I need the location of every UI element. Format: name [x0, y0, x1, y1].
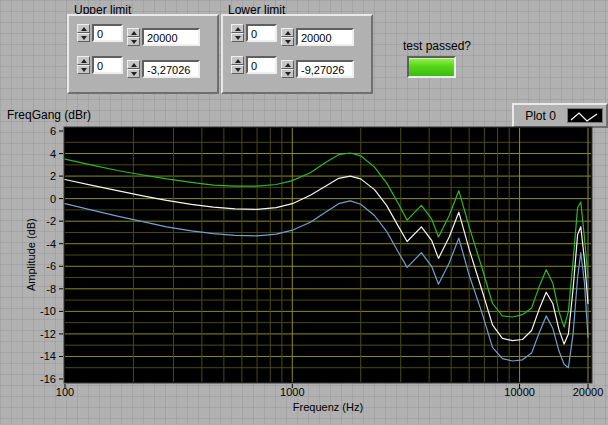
y-tick-label: -10	[20, 305, 56, 317]
test-passed-label: test passed?	[403, 39, 471, 53]
decrement-button[interactable]	[127, 69, 140, 78]
test-passed-led-indicator	[407, 56, 456, 78]
spinner	[281, 60, 294, 78]
plot-legend-label: Plot 0	[514, 109, 567, 123]
up-arrow-icon	[235, 27, 241, 31]
down-arrow-icon	[285, 40, 291, 44]
spinner	[231, 56, 244, 74]
down-arrow-icon	[81, 68, 87, 72]
increment-button[interactable]	[281, 28, 294, 37]
down-arrow-icon	[81, 36, 87, 40]
x-tick-label: 1000	[268, 386, 316, 398]
numeric-input[interactable]: 20000	[296, 28, 354, 46]
labview-front-panel: Upper limit 0 20000 0	[0, 0, 608, 425]
up-arrow-icon	[131, 31, 137, 35]
upper-limit-field-2[interactable]: 0	[77, 56, 123, 74]
lower-limit-field-2[interactable]: 0	[231, 56, 277, 74]
upper-limit-field-1[interactable]: 20000	[127, 28, 200, 46]
decrement-button[interactable]	[281, 69, 294, 78]
up-arrow-icon	[81, 27, 87, 31]
upper-limit-cluster: 0 20000 0 -3,27026	[67, 14, 219, 94]
y-tick-label: 4	[20, 148, 56, 160]
increment-button[interactable]	[231, 24, 244, 33]
up-arrow-icon	[131, 63, 137, 67]
y-tick-label: 0	[20, 193, 56, 205]
up-arrow-icon	[285, 31, 291, 35]
spinner	[127, 60, 140, 78]
down-arrow-icon	[285, 72, 291, 76]
y-tick-label: 2	[20, 170, 56, 182]
down-arrow-icon	[235, 68, 241, 72]
decrement-button[interactable]	[231, 65, 244, 74]
decrement-button[interactable]	[281, 37, 294, 46]
y-tick-label: 6	[20, 125, 56, 137]
spinner	[281, 28, 294, 46]
lower-limit-field-0[interactable]: 0	[231, 24, 277, 42]
y-tick-label: -16	[20, 373, 56, 385]
numeric-input[interactable]: 0	[246, 24, 277, 42]
increment-button[interactable]	[77, 24, 90, 33]
up-arrow-icon	[81, 59, 87, 63]
upper-limit-field-0[interactable]: 0	[77, 24, 123, 42]
decrement-button[interactable]	[77, 33, 90, 42]
x-tick-label: 20000	[564, 386, 608, 398]
plot-line-swatch-icon	[567, 108, 603, 123]
numeric-input[interactable]: -3,27026	[142, 60, 200, 78]
numeric-input[interactable]: 0	[92, 24, 123, 42]
x-tick-label: 10000	[496, 386, 544, 398]
numeric-input[interactable]: 0	[92, 56, 123, 74]
graph-title: FreqGang (dBr)	[7, 108, 91, 122]
y-tick-label: -6	[20, 260, 56, 272]
x-tick-label: 100	[41, 386, 89, 398]
y-tick-label: -8	[20, 283, 56, 295]
increment-button[interactable]	[127, 28, 140, 37]
spinner	[77, 24, 90, 42]
lower-limit-field-3[interactable]: -9,27026	[281, 60, 354, 78]
up-arrow-icon	[235, 59, 241, 63]
numeric-input[interactable]: 20000	[142, 28, 200, 46]
spinner	[231, 24, 244, 42]
x-axis-label: Frequenz (Hz)	[200, 401, 456, 413]
up-arrow-icon	[285, 63, 291, 67]
increment-button[interactable]	[127, 60, 140, 69]
increment-button[interactable]	[77, 56, 90, 65]
y-tick-label: -12	[20, 328, 56, 340]
down-arrow-icon	[235, 36, 241, 40]
upper-limit-field-3[interactable]: -3,27026	[127, 60, 200, 78]
down-arrow-icon	[131, 40, 137, 44]
lower-limit-cluster: 0 20000 0 -9,27026	[221, 14, 373, 94]
y-tick-label: -2	[20, 215, 56, 227]
increment-button[interactable]	[281, 60, 294, 69]
down-arrow-icon	[131, 72, 137, 76]
numeric-input[interactable]: 0	[246, 56, 277, 74]
decrement-button[interactable]	[127, 37, 140, 46]
numeric-input[interactable]: -9,27026	[296, 60, 354, 78]
increment-button[interactable]	[231, 56, 244, 65]
lower-limit-field-1[interactable]: 20000	[281, 28, 354, 46]
y-tick-label: -14	[20, 350, 56, 362]
spinner	[127, 28, 140, 46]
decrement-button[interactable]	[77, 65, 90, 74]
y-tick-label: -4	[20, 238, 56, 250]
spinner	[77, 56, 90, 74]
y-axis-label: Amplitude (dB)	[24, 127, 38, 383]
graph-plot-area	[56, 123, 608, 395]
decrement-button[interactable]	[231, 33, 244, 42]
